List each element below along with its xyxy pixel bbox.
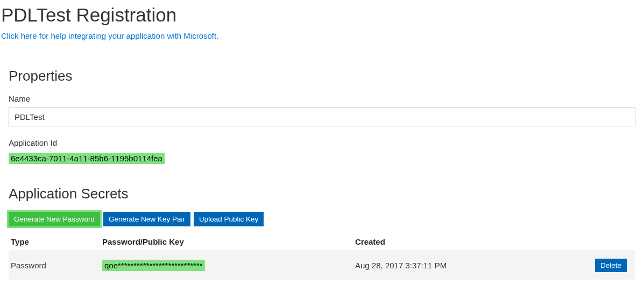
table-row: Password qoe*************************** … xyxy=(9,251,635,280)
properties-section: Properties Name Application Id 6e4433ca-… xyxy=(0,68,644,164)
properties-heading: Properties xyxy=(9,68,635,84)
generate-password-button[interactable]: Generate New Password xyxy=(9,212,100,226)
name-label: Name xyxy=(9,94,635,103)
page-title: PDLTest Registration xyxy=(0,0,644,29)
secret-type-cell: Password xyxy=(9,251,100,280)
secrets-col-action xyxy=(576,234,635,251)
secrets-table: Type Password/Public Key Created Passwor… xyxy=(9,234,635,280)
name-input[interactable] xyxy=(9,108,635,126)
secrets-col-created: Created xyxy=(353,234,576,251)
generate-keypair-button[interactable]: Generate New Key Pair xyxy=(103,212,190,226)
app-id-label: Application Id xyxy=(9,138,635,147)
secrets-col-key: Password/Public Key xyxy=(100,234,353,251)
secrets-heading: Application Secrets xyxy=(9,186,635,202)
secrets-col-type: Type xyxy=(9,234,100,251)
secret-action-cell: Delete xyxy=(576,251,635,280)
delete-button[interactable]: Delete xyxy=(595,259,627,272)
secrets-section: Application Secrets Generate New Passwor… xyxy=(0,186,644,280)
secret-key-masked: qoe*************************** xyxy=(102,260,205,271)
secret-created-cell: Aug 28, 2017 3:37:11 PM xyxy=(353,251,576,280)
secrets-button-row: Generate New Password Generate New Key P… xyxy=(9,212,635,226)
name-field-block: Name xyxy=(9,94,635,126)
secret-key-cell: qoe*************************** xyxy=(100,251,353,280)
app-id-field-block: Application Id 6e4433ca-7011-4a11-85b6-1… xyxy=(9,138,635,164)
upload-public-key-button[interactable]: Upload Public Key xyxy=(194,212,264,226)
help-link[interactable]: Click here for help integrating your app… xyxy=(0,29,218,40)
app-id-value: 6e4433ca-7011-4a11-85b6-1195b0114fea xyxy=(9,153,165,164)
